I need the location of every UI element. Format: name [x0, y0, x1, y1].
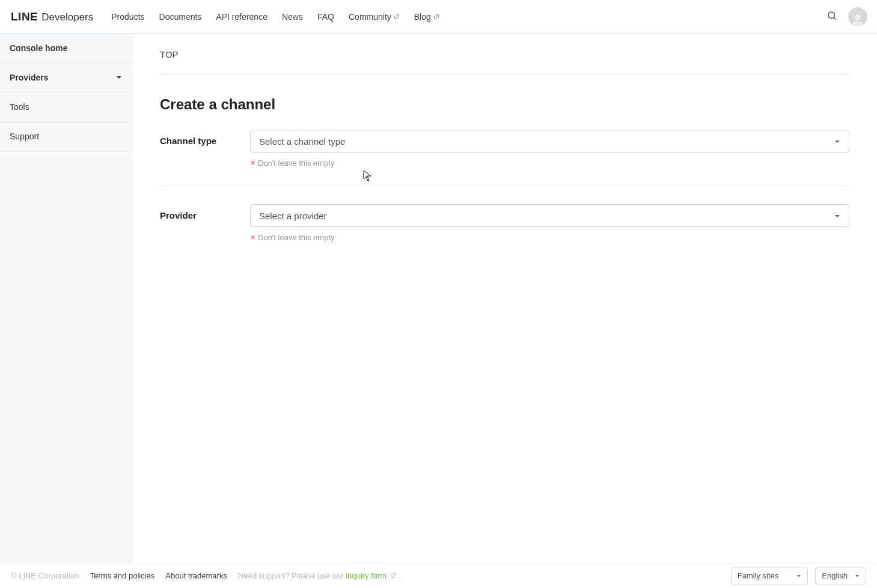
logo-developers: Developers [41, 11, 93, 23]
channel-type-validation: ✕ Don't leave this empty [250, 159, 849, 168]
form-row-provider: Provider Select a provider ✕ Don't leave… [160, 204, 849, 260]
breadcrumb-top: TOP [160, 49, 179, 59]
nav-blog[interactable]: Blog [414, 12, 439, 22]
footer-support-prefix: Need support? Please use our [238, 571, 346, 580]
logo-line: LINE [11, 10, 38, 23]
external-link-icon [433, 12, 439, 22]
channel-type-label: Channel type [160, 130, 250, 168]
error-x-icon: ✕ [250, 234, 255, 241]
nav-community-label: Community [349, 12, 391, 22]
caret-down-icon [116, 73, 122, 82]
footer-support: Need support? Please use our inquiry for… [238, 571, 401, 580]
provider-label: Provider [160, 204, 250, 242]
footer-terms[interactable]: Terms and policies [90, 571, 155, 580]
top-header: LINE Developers Products Documents API r… [0, 0, 877, 34]
chevron-down-icon [855, 571, 860, 580]
svg-point-0 [828, 12, 835, 19]
chevron-down-icon [796, 571, 801, 580]
sidebar-console-home[interactable]: Console home [0, 34, 132, 63]
sidebar-support-label: Support [10, 132, 39, 141]
sidebar-support[interactable]: Support [0, 122, 132, 151]
footer-copyright: © LINE Corporation [11, 571, 79, 580]
sidebar-tools-label: Tools [10, 102, 29, 112]
footer-family-sites-label: Family sites [738, 571, 779, 580]
nav-products[interactable]: Products [111, 12, 144, 22]
chevron-down-icon [834, 136, 840, 147]
footer-language-label: English [822, 571, 848, 580]
channel-type-placeholder: Select a channel type [259, 136, 345, 147]
logo[interactable]: LINE Developers [11, 10, 93, 23]
svg-line-1 [834, 17, 836, 19]
search-icon[interactable] [827, 10, 837, 23]
footer: © LINE Corporation Terms and policies Ab… [0, 563, 877, 588]
footer-trademarks[interactable]: About trademarks [165, 571, 227, 580]
breadcrumb[interactable]: TOP [160, 34, 849, 74]
sidebar-providers[interactable]: Providers [0, 63, 132, 92]
page-title: Create a channel [160, 96, 849, 113]
provider-validation: ✕ Don't leave this empty [250, 233, 849, 242]
sidebar-console-home-label: Console home [10, 43, 67, 53]
nav-api-reference[interactable]: API reference [216, 12, 267, 22]
footer-language-select[interactable]: English [815, 568, 866, 584]
external-link-icon [394, 12, 400, 22]
nav-documents[interactable]: Documents [159, 12, 202, 22]
sidebar-tools[interactable]: Tools [0, 92, 132, 122]
error-x-icon: ✕ [250, 159, 255, 167]
chevron-down-icon [834, 211, 840, 221]
sidebar-providers-label: Providers [10, 73, 49, 82]
provider-placeholder: Select a provider [259, 211, 327, 221]
footer-inquiry-link[interactable]: inquiry form [346, 571, 399, 580]
svg-point-2 [855, 14, 861, 20]
main-content: TOP Create a channel Channel type Select… [132, 34, 877, 563]
nav-community[interactable]: Community [349, 12, 400, 22]
external-link-icon [391, 571, 399, 580]
top-nav: Products Documents API reference News FA… [111, 12, 827, 22]
provider-validation-text: Don't leave this empty [258, 233, 335, 242]
nav-news[interactable]: News [282, 12, 303, 22]
nav-blog-label: Blog [414, 12, 431, 22]
nav-faq[interactable]: FAQ [317, 12, 334, 22]
avatar[interactable] [848, 7, 867, 26]
form-row-channel-type: Channel type Select a channel type ✕ Don… [160, 130, 849, 186]
footer-family-sites-select[interactable]: Family sites [731, 568, 808, 584]
footer-inquiry-text: inquiry form [346, 571, 387, 580]
sidebar: Console home Providers Tools Support [0, 34, 132, 563]
header-right [827, 7, 867, 26]
channel-type-select[interactable]: Select a channel type [250, 130, 849, 153]
provider-select[interactable]: Select a provider [250, 204, 849, 227]
channel-type-validation-text: Don't leave this empty [258, 159, 335, 168]
